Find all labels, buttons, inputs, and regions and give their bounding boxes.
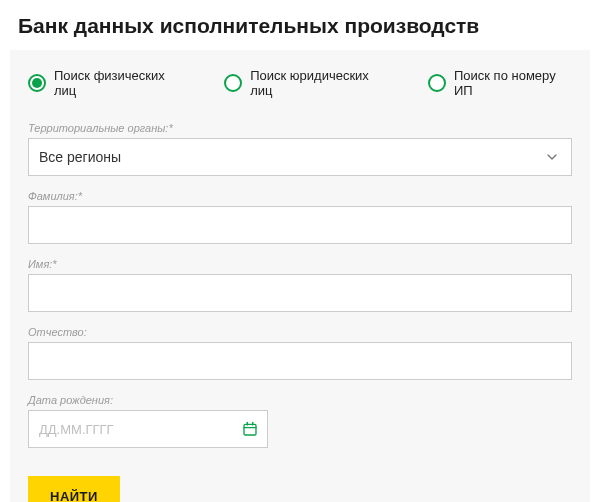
svg-rect-0 bbox=[244, 424, 256, 435]
label-lastname: Фамилия:* bbox=[28, 190, 572, 202]
tab-individual[interactable]: Поиск физических лиц bbox=[28, 68, 184, 98]
field-firstname: Имя:* bbox=[28, 258, 572, 312]
tab-legal-label: Поиск юридических лиц bbox=[250, 68, 388, 98]
page-title: Банк данных исполнительных производств bbox=[0, 0, 600, 50]
field-lastname: Фамилия:* bbox=[28, 190, 572, 244]
tab-individual-label: Поиск физических лиц bbox=[54, 68, 184, 98]
search-button[interactable]: НАЙТИ bbox=[28, 476, 120, 502]
search-panel: Поиск физических лиц Поиск юридических л… bbox=[10, 50, 590, 502]
label-dob: Дата рождения: bbox=[28, 394, 572, 406]
field-region: Территориальные органы:* Все регионы bbox=[28, 122, 572, 176]
chevron-down-icon bbox=[543, 148, 561, 166]
tab-case-number[interactable]: Поиск по номеру ИП bbox=[428, 68, 572, 98]
field-dob: Дата рождения: bbox=[28, 394, 572, 448]
radio-checked-icon bbox=[28, 74, 46, 92]
label-region: Территориальные органы:* bbox=[28, 122, 572, 134]
label-patronymic: Отчество: bbox=[28, 326, 572, 338]
calendar-icon[interactable] bbox=[241, 420, 259, 438]
label-firstname: Имя:* bbox=[28, 258, 572, 270]
region-select-value: Все регионы bbox=[39, 149, 121, 165]
lastname-input[interactable] bbox=[28, 206, 572, 244]
field-patronymic: Отчество: bbox=[28, 326, 572, 380]
firstname-input[interactable] bbox=[28, 274, 572, 312]
patronymic-input[interactable] bbox=[28, 342, 572, 380]
tab-legal[interactable]: Поиск юридических лиц bbox=[224, 68, 388, 98]
radio-unchecked-icon bbox=[428, 74, 446, 92]
radio-unchecked-icon bbox=[224, 74, 242, 92]
dob-input[interactable] bbox=[39, 422, 241, 437]
dob-input-wrap bbox=[28, 410, 268, 448]
region-select[interactable]: Все регионы bbox=[28, 138, 572, 176]
tab-case-label: Поиск по номеру ИП bbox=[454, 68, 572, 98]
search-type-tabs: Поиск физических лиц Поиск юридических л… bbox=[28, 68, 572, 98]
